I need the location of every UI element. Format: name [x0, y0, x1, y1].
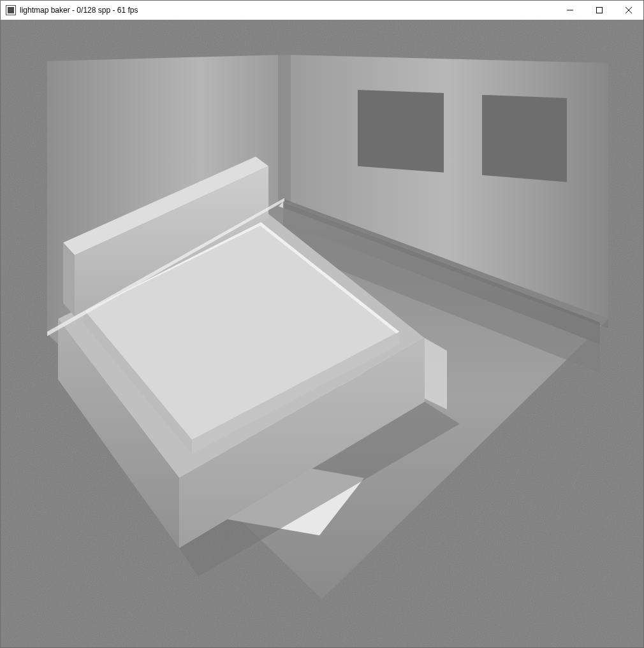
scene-window-2 — [482, 95, 567, 182]
close-button[interactable] — [614, 1, 643, 20]
app-icon — [6, 5, 16, 15]
close-icon — [626, 7, 632, 13]
minimize-button[interactable] — [555, 1, 585, 20]
render-viewport[interactable] — [1, 20, 643, 647]
wall-corner-shadow — [278, 55, 291, 205]
svg-rect-1 — [597, 8, 603, 13]
minimize-icon — [567, 7, 573, 13]
maximize-icon — [596, 7, 603, 13]
render-client-area — [1, 20, 643, 647]
application-window: lightmap baker - 0/128 spp - 61 fps — [0, 0, 644, 648]
render-scene-svg — [1, 20, 643, 647]
scene-window-1 — [358, 90, 444, 173]
window-titlebar[interactable]: lightmap baker - 0/128 spp - 61 fps — [1, 1, 643, 20]
maximize-button[interactable] — [585, 1, 614, 20]
window-title: lightmap baker - 0/128 spp - 61 fps — [20, 6, 138, 15]
